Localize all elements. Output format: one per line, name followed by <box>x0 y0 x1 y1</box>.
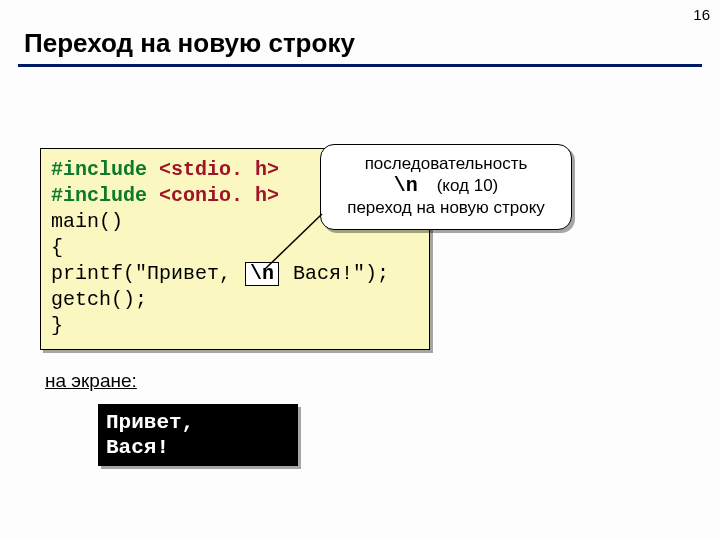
header-conio: <conio. h> <box>159 184 279 207</box>
title-underline <box>18 64 702 67</box>
page-title: Переход на новую строку <box>24 28 355 59</box>
code-printf-post: Вася!"); <box>281 262 389 285</box>
code-brace-open: { <box>51 235 419 261</box>
console-output: Привет, Вася! <box>98 404 298 466</box>
code-brace-close: } <box>51 313 419 339</box>
escape-highlight: \n <box>245 262 279 286</box>
code-printf-pre: printf("Привет, <box>51 262 231 285</box>
callout-line3: переход на новую строку <box>331 197 561 219</box>
callout-bubble: последовательность \n (код 10) переход н… <box>320 144 572 230</box>
screen-label: на экране: <box>45 370 137 392</box>
header-stdio: <stdio. h> <box>159 158 279 181</box>
code-getch: getch(); <box>51 287 419 313</box>
callout-code-note: (код 10) <box>437 176 499 195</box>
callout-line1: последовательность <box>331 153 561 175</box>
callout-escape: \n <box>394 174 418 197</box>
page-number: 16 <box>693 6 710 23</box>
keyword-include-1: #include <box>51 158 147 181</box>
keyword-include-2: #include <box>51 184 147 207</box>
